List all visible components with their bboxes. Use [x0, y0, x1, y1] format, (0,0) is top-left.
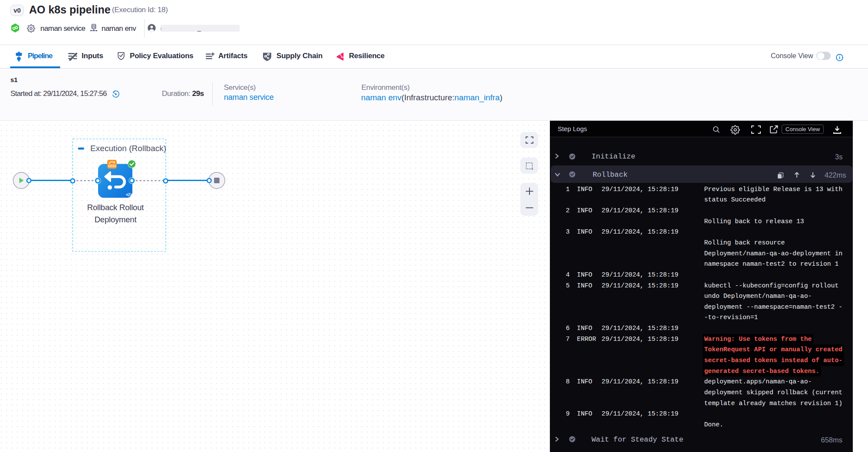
svg-text:</>: </>	[126, 192, 132, 197]
